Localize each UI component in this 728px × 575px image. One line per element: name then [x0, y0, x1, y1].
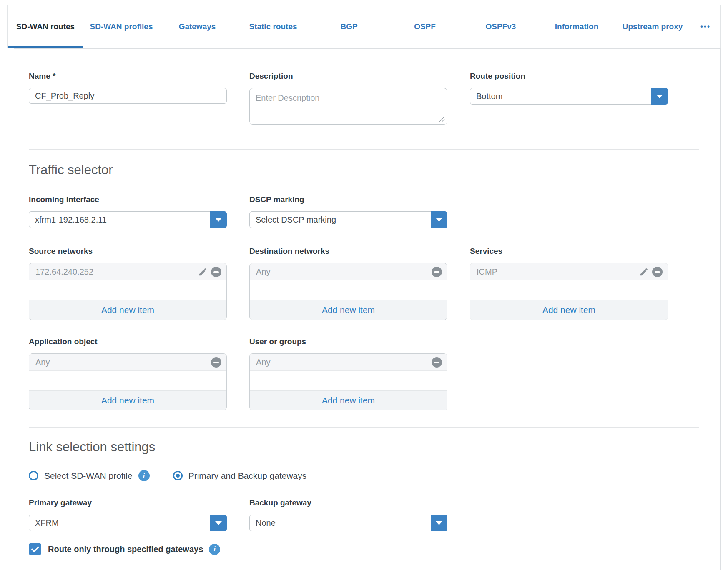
incoming-interface-select[interactable]: xfrm1-192.168.2.11 [29, 211, 227, 228]
list-item-text: Any [35, 358, 211, 367]
tabs-overflow-button[interactable]: ••• [690, 5, 720, 48]
remove-icon[interactable] [432, 357, 442, 368]
list-spacer [250, 280, 447, 300]
chevron-down-icon[interactable] [210, 515, 227, 531]
remove-icon[interactable] [432, 267, 442, 277]
dscp-label: DSCP marking [249, 195, 447, 205]
chevron-down-icon[interactable] [210, 211, 227, 228]
route-only-row: Route only through specified gateways i [29, 543, 706, 555]
list-item-text: Any [256, 358, 432, 367]
chevron-down-icon[interactable] [651, 88, 668, 105]
application-object-label: Application object [29, 337, 227, 347]
application-users-row: Application object Any Add new item User… [29, 337, 706, 410]
tab-upstream-proxy[interactable]: Upstream proxy [615, 5, 690, 48]
info-icon[interactable]: i [138, 470, 150, 481]
name-field-group: Name * [29, 71, 227, 104]
sdwan-profile-radio[interactable] [29, 471, 38, 480]
description-textarea[interactable] [249, 88, 447, 125]
name-input[interactable] [29, 88, 227, 104]
dscp-field-group: DSCP marking Select DSCP marking [249, 195, 447, 228]
list-spacer [29, 371, 226, 390]
list-spacer [29, 280, 226, 300]
description-label: Description [249, 71, 447, 81]
destination-networks-label: Destination networks [249, 246, 447, 256]
services-label: Services [470, 246, 668, 256]
tab-static-routes[interactable]: Static routes [235, 5, 311, 48]
primary-backup-radio-label: Primary and Backup gateways [188, 471, 307, 481]
interface-dscp-row: Incoming interface xfrm1-192.168.2.11 DS… [29, 195, 706, 228]
sdwan-profile-radio-label: Select SD-WAN profile [44, 471, 133, 481]
description-field-group: Description [249, 71, 447, 126]
primary-gateway-select[interactable]: XFRM [29, 515, 227, 531]
backup-gateway-select[interactable]: None [249, 515, 447, 531]
list-spacer [470, 280, 668, 300]
link-selection-heading: Link selection settings [29, 440, 706, 454]
application-object-listbox: Any Add new item [29, 353, 227, 410]
list-item: ICMP [470, 263, 668, 280]
tab-information[interactable]: Information [539, 5, 615, 48]
list-item-text: ICMP [477, 267, 639, 277]
services-field-group: Services ICMP Add new item [470, 246, 668, 320]
primary-gateway-field-group: Primary gateway XFRM [29, 498, 227, 531]
list-item: 172.64.240.252 [29, 263, 226, 280]
list-item: Any [29, 354, 226, 371]
user-or-groups-listbox: Any Add new item [249, 353, 447, 410]
remove-icon[interactable] [211, 357, 221, 368]
incoming-interface-value: xfrm1-192.168.2.11 [35, 215, 107, 225]
add-new-item-button[interactable]: Add new item [470, 300, 668, 320]
dscp-select[interactable]: Select DSCP marking [249, 211, 447, 228]
add-new-item-button[interactable]: Add new item [29, 390, 226, 410]
tab-bar: SD-WAN routes SD-WAN profiles Gateways S… [7, 5, 721, 48]
gateways-row: Primary gateway XFRM Backup gateway None [29, 498, 706, 531]
incoming-interface-field-group: Incoming interface xfrm1-192.168.2.11 [29, 195, 227, 228]
chevron-down-icon[interactable] [431, 211, 447, 228]
user-or-groups-field-group: User or groups Any Add new item [249, 337, 447, 410]
general-settings-row: Name * Description Route position Bottom [29, 71, 706, 126]
destination-networks-field-group: Destination networks Any Add new item [249, 246, 447, 320]
route-only-label: Route only through specified gateways [48, 545, 203, 554]
services-listbox: ICMP Add new item [470, 263, 668, 320]
edit-icon[interactable] [198, 267, 208, 277]
section-divider [29, 427, 699, 428]
primary-backup-radio[interactable] [173, 471, 183, 480]
tab-gateways[interactable]: Gateways [159, 5, 235, 48]
chevron-down-icon[interactable] [431, 515, 447, 531]
tab-bgp[interactable]: BGP [311, 5, 387, 48]
route-position-label: Route position [470, 71, 668, 81]
list-item-text: Any [256, 267, 432, 277]
user-or-groups-label: User or groups [249, 337, 447, 347]
link-selection-radio-group: Select SD-WAN profile i Primary and Back… [29, 470, 706, 481]
backup-gateway-label: Backup gateway [249, 498, 447, 508]
networks-services-row: Source networks 172.64.240.252 Add new i… [29, 246, 706, 320]
tab-sdwan-profiles[interactable]: SD-WAN profiles [83, 5, 159, 48]
primary-gateway-label: Primary gateway [29, 498, 227, 508]
application-object-field-group: Application object Any Add new item [29, 337, 227, 410]
source-networks-listbox: 172.64.240.252 Add new item [29, 263, 227, 320]
list-item: Any [250, 354, 447, 371]
tab-ospfv3[interactable]: OSPFv3 [463, 5, 539, 48]
incoming-interface-label: Incoming interface [29, 195, 227, 205]
route-position-select[interactable]: Bottom [470, 88, 668, 105]
tab-sdwan-routes[interactable]: SD-WAN routes [8, 5, 83, 48]
list-item-text: 172.64.240.252 [35, 267, 198, 277]
sdwan-route-form-panel: Name * Description Route position Bottom… [14, 48, 721, 570]
remove-icon[interactable] [211, 267, 221, 277]
dscp-value: Select DSCP marking [256, 215, 336, 225]
traffic-selector-heading: Traffic selector [29, 163, 706, 177]
edit-icon[interactable] [639, 267, 649, 277]
list-spacer [250, 371, 447, 390]
source-networks-label: Source networks [29, 246, 227, 256]
backup-gateway-value: None [256, 518, 276, 528]
info-icon[interactable]: i [209, 544, 220, 555]
remove-icon[interactable] [652, 267, 663, 277]
section-divider [29, 149, 699, 150]
add-new-item-button[interactable]: Add new item [250, 390, 447, 410]
source-networks-field-group: Source networks 172.64.240.252 Add new i… [29, 246, 227, 320]
route-only-checkbox[interactable] [29, 543, 41, 555]
add-new-item-button[interactable]: Add new item [250, 300, 447, 320]
add-new-item-button[interactable]: Add new item [29, 300, 226, 320]
tab-ospf[interactable]: OSPF [387, 5, 463, 48]
name-label: Name * [29, 71, 227, 81]
list-item: Any [250, 263, 447, 280]
primary-gateway-value: XFRM [35, 518, 59, 528]
